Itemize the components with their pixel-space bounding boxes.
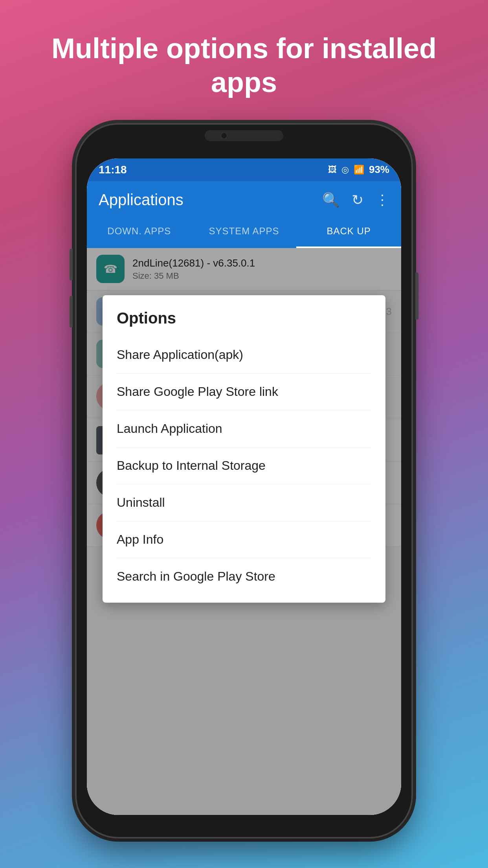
- notification-icon-2: ◎: [341, 165, 349, 175]
- app-list: ☎ 2ndLine(12681) - v6.35.0.1 Size: 35 MB: [87, 248, 401, 815]
- option-share-apk[interactable]: Share Application(apk): [117, 337, 371, 373]
- more-options-icon[interactable]: ⋮: [375, 192, 389, 208]
- headline: Multiple options for installed apps: [0, 0, 488, 123]
- volume-up-button: [70, 249, 73, 280]
- tab-system-apps[interactable]: SYSTEM APPS: [192, 219, 297, 248]
- app-bar: Applications 🔍 ↻ ⋮: [87, 181, 401, 219]
- camera-dot: [220, 132, 227, 139]
- option-share-play-link[interactable]: Share Google Play Store link: [117, 373, 371, 410]
- status-time: 11:18: [99, 164, 127, 176]
- status-bar: 11:18 🖼 ◎ 📶 93%: [87, 158, 401, 181]
- app-bar-actions: 🔍 ↻ ⋮: [322, 192, 389, 208]
- status-icons: 🖼 ◎ 📶 93%: [328, 164, 389, 176]
- battery-indicator: 93%: [369, 164, 389, 176]
- notification-icon-1: 🖼: [328, 165, 337, 175]
- options-dialog: Options Share Application(apk) Share Goo…: [103, 295, 385, 603]
- search-icon[interactable]: 🔍: [322, 192, 340, 208]
- power-button: [415, 272, 418, 320]
- tab-back-up[interactable]: BACK UP: [296, 219, 401, 248]
- option-app-info[interactable]: App Info: [117, 521, 371, 558]
- refresh-icon[interactable]: ↻: [352, 192, 363, 208]
- screen-content: 11:18 🖼 ◎ 📶 93% Applications 🔍 ↻ ⋮: [87, 158, 401, 815]
- phone-screen: 11:18 🖼 ◎ 📶 93% Applications 🔍 ↻ ⋮: [87, 158, 401, 815]
- tab-down-apps[interactable]: DOWN. APPS: [87, 219, 192, 248]
- tab-bar: DOWN. APPS SYSTEM APPS BACK UP: [87, 219, 401, 248]
- option-search-play[interactable]: Search in Google Play Store: [117, 558, 371, 595]
- option-backup-internal[interactable]: Backup to Internal Storage: [117, 447, 371, 484]
- volume-down-button: [70, 296, 73, 327]
- dialog-overlay[interactable]: Options Share Application(apk) Share Goo…: [87, 248, 401, 815]
- phone-frame: 11:18 🖼 ◎ 📶 93% Applications 🔍 ↻ ⋮: [75, 123, 413, 839]
- dialog-title: Options: [117, 309, 371, 327]
- phone-notch: [205, 130, 283, 141]
- app-bar-title: Applications: [99, 191, 322, 209]
- signal-icon: 📶: [354, 165, 364, 175]
- option-launch-app[interactable]: Launch Application: [117, 410, 371, 447]
- phone-mockup: 11:18 🖼 ◎ 📶 93% Applications 🔍 ↻ ⋮: [75, 123, 413, 839]
- option-uninstall[interactable]: Uninstall: [117, 484, 371, 521]
